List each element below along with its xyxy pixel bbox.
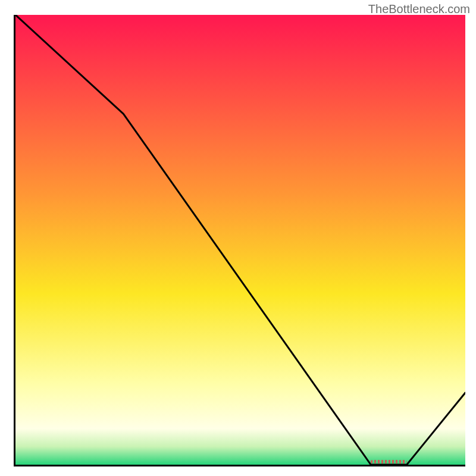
- svg-rect-0: [15, 15, 465, 465]
- attribution-label: TheBottleneck.com: [368, 2, 470, 16]
- plot-area: [14, 15, 465, 466]
- gradient-background: [15, 15, 465, 465]
- optimal-range-marker: [371, 460, 406, 464]
- chart-container: TheBottleneck.com: [0, 0, 476, 476]
